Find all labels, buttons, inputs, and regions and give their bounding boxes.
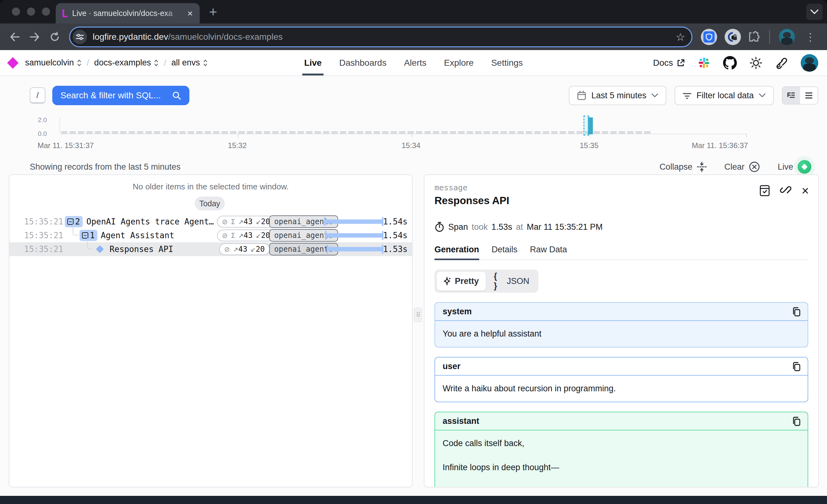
url-host: logfire.pydantic.dev [93, 32, 168, 42]
copy-icon[interactable] [791, 361, 802, 372]
shield-icon [703, 31, 715, 43]
tab-explore[interactable]: Explore [444, 50, 474, 75]
browser-tab[interactable]: L Live · samuelcolvin/docs-exa × [56, 3, 200, 23]
breadcrumb: samuelcolvin / docs-examples / all envs [9, 58, 208, 68]
copy-icon[interactable] [791, 306, 802, 317]
tab-alerts[interactable]: Alerts [404, 50, 427, 75]
time-range-button[interactable]: Last 5 minutes [569, 86, 667, 105]
tokens-in: 43 [244, 217, 253, 226]
list-view-button[interactable] [800, 87, 818, 104]
slash-shortcut-key[interactable]: / [30, 87, 45, 104]
trace-row[interactable]: 15:35:21 − 2 OpenAI Agents trace Agent… … [9, 215, 412, 229]
token-metrics-badge[interactable]: ⊘ ↗43 ↙20 [219, 243, 270, 255]
took-word: took [472, 222, 488, 232]
tab-dashboards[interactable]: Dashboards [339, 50, 387, 75]
privacy-extension-icon[interactable] [725, 29, 741, 45]
tokens-out-arrow: ↙ [256, 218, 261, 226]
duration-label: 1.54s [383, 231, 407, 240]
close-icon[interactable]: × [801, 184, 809, 197]
window-controls[interactable] [12, 7, 50, 16]
tab-raw-data[interactable]: Raw Data [530, 245, 567, 259]
token-coin-icon: ⊘ [222, 218, 228, 226]
row-timestamp: 15:35:21 [24, 217, 63, 226]
github-icon[interactable] [723, 56, 737, 70]
project-selector[interactable]: docs-examples [94, 58, 159, 68]
span-noun: Span [448, 222, 468, 232]
token-metrics-badge[interactable]: ⊘ Σ ↗43 ↙20 [217, 216, 275, 228]
message-card-assistant: assistant Code calls itself back, Infini… [434, 412, 808, 488]
tab-live[interactable]: Live [304, 50, 322, 75]
url-bar[interactable]: logfire.pydantic.dev/samuelcolvin/docs-e… [70, 28, 691, 46]
forward-button[interactable] [26, 28, 44, 46]
zoom-window-button[interactable] [42, 7, 50, 16]
search-placeholder: Search & filter with SQL... [60, 91, 165, 100]
docs-link[interactable]: Docs [653, 58, 685, 68]
y-axis-tick: 2.0 [28, 116, 47, 124]
json-toggle[interactable]: { } JSON [487, 272, 536, 291]
search-tabs-button[interactable] [806, 4, 823, 20]
panel-check-icon[interactable] [759, 185, 770, 197]
chevron-down-icon [811, 9, 819, 14]
live-toggle[interactable]: Live [778, 160, 811, 174]
trace-row-selected[interactable]: 15:35:21 Responses API ⊘ ↗43 ↙20 openai_… [9, 242, 412, 256]
search-input[interactable]: Search & filter with SQL... [52, 86, 189, 105]
logfire-logo-icon[interactable] [7, 57, 19, 68]
filter-row: / Search & filter with SQL... Last 5 min… [30, 86, 818, 105]
new-tab-button[interactable]: + [209, 5, 217, 19]
browser-menu-icon[interactable]: ⋮ [802, 31, 818, 43]
span-name: Agent Assistant [101, 231, 174, 240]
reload-button[interactable] [46, 28, 64, 46]
copy-icon[interactable] [791, 416, 802, 427]
role-label: system [443, 307, 472, 316]
env-selector[interactable]: all envs [171, 58, 208, 68]
date-pill[interactable]: Today [195, 197, 225, 210]
reload-icon [50, 32, 60, 42]
span-name: Responses API [109, 245, 174, 254]
token-coin-icon: ⊘ [224, 245, 230, 253]
extensions-puzzle-icon[interactable] [748, 31, 760, 43]
env-name: all envs [171, 58, 200, 68]
back-button[interactable] [6, 28, 24, 46]
filter-local-data-button[interactable]: Filter local data [675, 86, 774, 105]
pretty-toggle[interactable]: Pretty [437, 272, 486, 291]
tree-view-icon [787, 91, 796, 100]
tokens-out-arrow: ↙ [250, 246, 256, 253]
back-icon [9, 32, 20, 42]
panel-resize-handle[interactable]: ⠿ [414, 308, 422, 322]
close-window-button[interactable] [12, 7, 20, 16]
bitwarden-extension-icon[interactable] [701, 29, 717, 45]
tab-title: Live · samuelcolvin/docs-exa [72, 9, 182, 18]
slack-icon[interactable] [697, 56, 711, 69]
collapse-label: Collapse [660, 162, 692, 172]
user-avatar[interactable] [801, 54, 818, 72]
share-link-icon[interactable] [775, 56, 788, 69]
tab-details[interactable]: Details [492, 245, 518, 259]
minimize-window-button[interactable] [27, 7, 35, 16]
chevron-down-icon [759, 93, 766, 98]
site-settings-button[interactable] [72, 30, 87, 44]
extension-icons: ⋮ [698, 29, 821, 45]
list-view-icon [805, 92, 813, 99]
bookmark-star-icon[interactable]: ☆ [673, 31, 688, 43]
tree-view-button[interactable] [783, 87, 800, 104]
json-label: JSON [507, 276, 529, 286]
browser-profile-avatar[interactable] [779, 29, 795, 45]
theme-sun-icon[interactable] [749, 56, 763, 69]
duration-bar [325, 233, 383, 238]
org-selector[interactable]: samuelcolvin [25, 58, 82, 68]
collapse-button[interactable]: Collapse [660, 161, 707, 172]
tab-settings[interactable]: Settings [491, 50, 523, 75]
tab-close-icon[interactable]: × [186, 9, 194, 18]
activity-timeline-chart[interactable]: 2.0 0.0 Mar 11. 15:31:37 15:32 15:34 15:… [0, 114, 827, 164]
trace-row[interactable]: 15:35:21 − 1 Agent Assistant ⊘ Σ ↗43 ↙20… [9, 229, 412, 242]
token-metrics-badge[interactable]: ⊘ Σ ↗43 ↙20 [217, 230, 275, 241]
tab-generation[interactable]: Generation [434, 245, 479, 259]
url-text[interactable]: logfire.pydantic.dev/samuelcolvin/docs-e… [93, 32, 673, 42]
search-icon [172, 91, 181, 100]
clear-button[interactable]: Clear [724, 161, 760, 172]
tokens-in: 43 [244, 231, 253, 240]
message-card-system: system You are a helpful assistant [434, 302, 808, 348]
duration-bar [324, 219, 383, 224]
copy-link-icon[interactable] [780, 184, 792, 197]
x-axis-tick: 15:34 [402, 141, 421, 150]
